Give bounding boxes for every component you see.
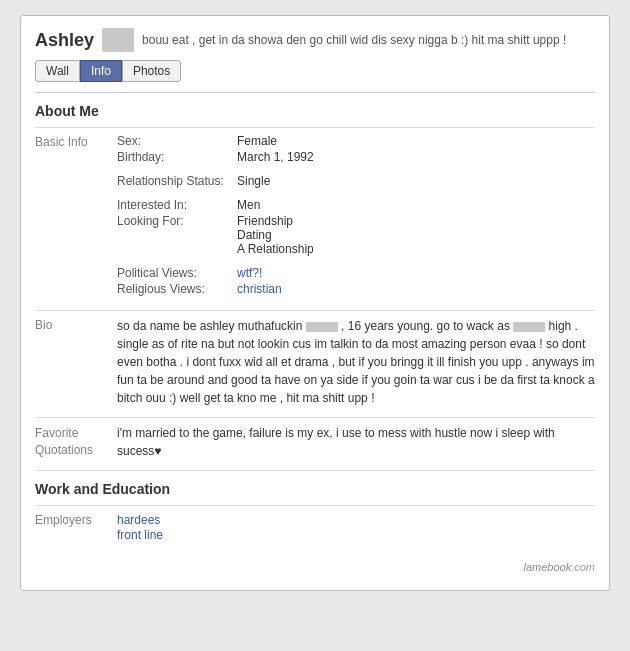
blur-name-1 <box>306 322 338 332</box>
work-content: hardees front line <box>117 512 595 542</box>
bio-section: Bio so da name be ashley muthafuckin , 1… <box>21 311 609 417</box>
tab-wall[interactable]: Wall <box>35 60 80 82</box>
religious-views-label: Religious Views: <box>117 282 237 296</box>
tabs-bar: Wall Info Photos <box>21 52 609 82</box>
religious-views-row: Religious Views: christian <box>117 282 595 296</box>
political-views-label: Political Views: <box>117 266 237 280</box>
blur-name-2 <box>513 322 545 332</box>
avatar-blur <box>102 28 134 52</box>
interested-in-value: Men <box>237 198 260 212</box>
sex-row: Sex: Female <box>117 134 595 148</box>
political-views-row: Political Views: wtf?! <box>117 266 595 280</box>
work-education-title: Work and Education <box>21 471 609 505</box>
relationship-status-value: Single <box>237 174 270 188</box>
looking-for-value-2: A Relationship <box>237 242 314 256</box>
profile-card: Ashley bouu eat , get in da showa den go… <box>20 15 610 591</box>
looking-for-value-1: Dating <box>237 228 314 242</box>
quotations-label: FavoriteQuotations <box>35 424 117 460</box>
bio-label: Bio <box>35 317 117 407</box>
birthday-row: Birthday: March 1, 1992 <box>117 150 595 164</box>
looking-for-label: Looking For: <box>117 214 237 256</box>
footer: lamebook.com <box>21 552 609 580</box>
interested-in-row: Interested In: Men <box>117 198 595 212</box>
tab-info[interactable]: Info <box>80 60 122 82</box>
sex-label: Sex: <box>117 134 237 148</box>
tab-photos[interactable]: Photos <box>122 60 181 82</box>
employers-label: Employers <box>35 512 117 542</box>
bio-text: so da name be ashley muthafuckin , 16 ye… <box>117 317 595 407</box>
employer-position[interactable]: front line <box>117 528 163 542</box>
brand-suffix: .com <box>571 561 595 573</box>
quotations-text: i'm married to the game, failure is my e… <box>117 424 595 460</box>
basic-info-row: Basic Info Sex: Female Birthday: March 1… <box>35 134 595 298</box>
about-me-title: About Me <box>21 93 609 127</box>
status-text: bouu eat , get in da showa den go chill … <box>142 33 595 47</box>
basic-info-label: Basic Info <box>35 135 88 149</box>
username: Ashley <box>35 30 94 51</box>
basic-info-section: Basic Info Sex: Female Birthday: March 1… <box>21 128 609 302</box>
relationship-row: Relationship Status: Single <box>117 174 595 188</box>
looking-for-value-0: Friendship <box>237 214 314 228</box>
birthday-label: Birthday: <box>117 150 237 164</box>
religious-views-value[interactable]: christian <box>237 282 282 296</box>
looking-for-row: Looking For: Friendship Dating A Relatio… <box>117 214 595 256</box>
brand-text: lamebook <box>523 561 571 573</box>
brand-name: lamebook.com <box>523 558 595 574</box>
work-section: Employers hardees front line <box>21 506 609 552</box>
political-views-value[interactable]: wtf?! <box>237 266 262 280</box>
interested-in-label: Interested In: <box>117 198 237 212</box>
employer-name[interactable]: hardees <box>117 513 160 527</box>
birthday-value: March 1, 1992 <box>237 150 314 164</box>
relationship-status-label: Relationship Status: <box>117 174 237 188</box>
quotations-section: FavoriteQuotations i'm married to the ga… <box>21 418 609 470</box>
looking-for-values: Friendship Dating A Relationship <box>237 214 314 256</box>
sex-value: Female <box>237 134 277 148</box>
profile-header: Ashley bouu eat , get in da showa den go… <box>21 16 609 52</box>
